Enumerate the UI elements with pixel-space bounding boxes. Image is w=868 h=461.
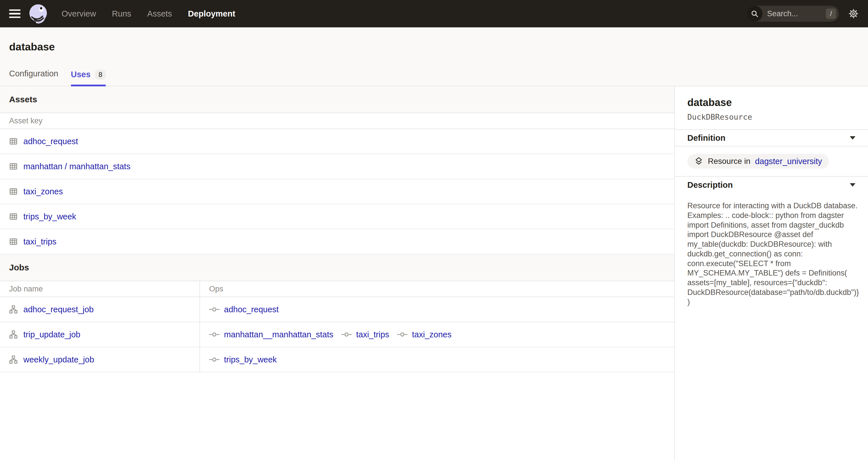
job-icon: [9, 355, 18, 364]
uses-count-badge: 8: [95, 69, 106, 80]
code-location-link[interactable]: dagster_university: [755, 157, 822, 166]
op-icon: [341, 332, 352, 337]
search-input[interactable]: [763, 9, 826, 18]
dagster-logo: [29, 3, 49, 24]
job-icon: [9, 330, 18, 339]
search-icon: [747, 6, 763, 22]
table-row: taxi_trips: [0, 229, 674, 254]
nav-item-overview[interactable]: Overview: [62, 9, 96, 19]
asset-key-link[interactable]: taxi_trips: [23, 237, 56, 246]
table-row: trips_by_week: [200, 347, 674, 372]
job-name-column-header: Job name: [0, 281, 200, 297]
op-icon: [397, 332, 407, 337]
job-icon: [9, 305, 18, 314]
definition-section-label: Definition: [687, 133, 725, 143]
asset-key-column-header: Asset key: [0, 113, 52, 128]
resource-header: database DuckDBResource: [675, 86, 868, 130]
jobs-section-header: Jobs: [0, 254, 674, 281]
op-link[interactable]: taxi_zones: [412, 330, 452, 339]
jobs-table: Job name Ops adhoc_request_job adhoc_req…: [0, 281, 674, 372]
search-shortcut-key: /: [826, 8, 836, 19]
job-link[interactable]: adhoc_request_job: [23, 305, 94, 314]
code-location-badge-text: Resource in: [708, 157, 750, 166]
assets-section-header: Assets: [0, 86, 674, 113]
code-location-icon: [694, 157, 703, 166]
nav-item-runs[interactable]: Runs: [112, 9, 131, 19]
table-icon: [9, 162, 18, 171]
page-header: database Configuration Uses 8: [0, 27, 868, 86]
gear-icon[interactable]: [848, 8, 859, 19]
table-icon: [9, 187, 18, 196]
assets-column-header-row: Asset key: [0, 113, 674, 129]
table-row: trip_update_job: [0, 322, 200, 347]
top-nav: Overview Runs Assets Deployment /: [0, 0, 868, 27]
op-link[interactable]: manhattan__manhattan_stats: [224, 330, 333, 339]
table-row: weekly_update_job: [0, 347, 200, 372]
tab-label: Uses: [71, 70, 91, 79]
resource-type: DuckDBResource: [687, 113, 856, 121]
job-link[interactable]: weekly_update_job: [23, 355, 94, 364]
resource-title: database: [687, 97, 856, 109]
op-link[interactable]: taxi_trips: [356, 330, 389, 339]
table-row: adhoc_request: [200, 297, 674, 322]
job-link[interactable]: trip_update_job: [23, 330, 80, 339]
table-icon: [9, 237, 18, 246]
table-icon: [9, 212, 18, 221]
ops-column-header: Ops: [200, 281, 674, 297]
description-section-label: Description: [687, 180, 733, 190]
resource-detail-panel: database DuckDBResource Definition Resou…: [674, 86, 868, 461]
table-row: adhoc_request: [0, 129, 674, 154]
hamburger-icon[interactable]: [9, 9, 21, 18]
op-link[interactable]: adhoc_request: [224, 305, 279, 314]
uses-panel: Assets Asset key adhoc_request manhattan…: [0, 86, 674, 461]
chevron-down-icon: [850, 136, 856, 140]
op-link[interactable]: trips_by_week: [224, 355, 277, 364]
nav-item-assets[interactable]: Assets: [147, 9, 172, 19]
chevron-down-icon: [850, 183, 856, 187]
table-row: manhattan / manhattan_stats: [0, 154, 674, 179]
op-icon: [209, 357, 219, 362]
nav-item-deployment[interactable]: Deployment: [188, 9, 236, 19]
asset-key-link[interactable]: trips_by_week: [23, 212, 76, 221]
tab-configuration[interactable]: Configuration: [9, 65, 58, 86]
tab-label: Configuration: [9, 69, 58, 79]
op-icon: [209, 332, 219, 337]
tab-bar: Configuration Uses 8: [0, 65, 868, 86]
asset-key-link[interactable]: adhoc_request: [23, 137, 78, 146]
table-row: adhoc_request_job: [0, 297, 200, 322]
asset-key-link[interactable]: taxi_zones: [23, 187, 63, 196]
table-row: trips_by_week: [0, 204, 674, 229]
asset-key-link[interactable]: manhattan / manhattan_stats: [23, 162, 130, 171]
table-icon: [9, 137, 18, 146]
definition-section-toggle[interactable]: Definition: [675, 130, 868, 147]
tab-uses[interactable]: Uses 8: [71, 65, 106, 86]
search-box[interactable]: /: [747, 6, 839, 22]
definition-section-body: Resource in dagster_university: [675, 147, 868, 177]
code-location-badge: Resource in dagster_university: [687, 154, 829, 169]
table-row: taxi_zones: [0, 179, 674, 204]
resource-description: Resource for interacting with a DuckDB d…: [675, 193, 868, 307]
description-section-toggle[interactable]: Description: [675, 177, 868, 193]
op-icon: [209, 307, 219, 312]
table-row: manhattan__manhattan_stats taxi_trips ta…: [200, 322, 674, 347]
page-title: database: [0, 27, 868, 53]
primary-nav: Overview Runs Assets Deployment: [62, 9, 236, 19]
